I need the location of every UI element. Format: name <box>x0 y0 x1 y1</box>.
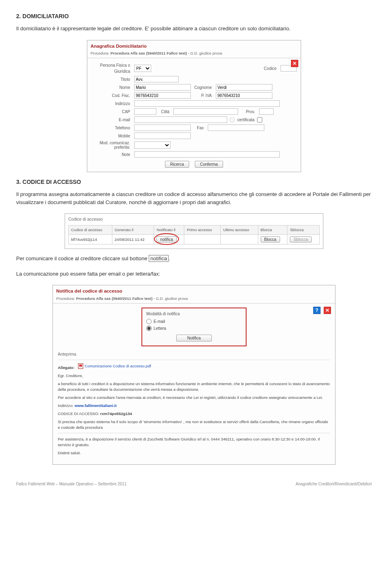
piva-field[interactable] <box>216 92 272 99</box>
cell-sblocca: Sblocca <box>287 235 320 244</box>
close-icon[interactable]: ✕ <box>324 307 331 314</box>
letter-l4: Indirizzo: www.fallimentitaliani.it <box>58 403 330 409</box>
certificata-label: certificata <box>237 117 255 123</box>
help-icon[interactable]: ? <box>313 307 321 314</box>
radio-email[interactable] <box>146 319 152 324</box>
codice-table: Codice di accesso Generato il Notificato… <box>68 225 320 245</box>
cell-notificato: notifica <box>154 235 184 244</box>
para-notifica-pre: Per comunicare il codice al creditore cl… <box>16 255 149 261</box>
cap-label: CAP <box>91 109 132 115</box>
persona-label: Persona Fisica o Giuridica <box>91 62 132 74</box>
th-generato: Generato il <box>112 225 154 234</box>
codice-accesso-panel: Codice di accesso Codice di accesso Gene… <box>65 213 323 249</box>
ricerca-button[interactable]: Ricerca <box>165 161 189 168</box>
letter-l5-lbl: CODICE DI ACCESSO: <box>58 411 100 416</box>
cell-codice: klf74uv552j114 <box>69 235 112 244</box>
piva-label: P. IVA <box>193 93 213 99</box>
radio-lettera[interactable] <box>146 326 152 331</box>
nome-field[interactable] <box>134 84 191 91</box>
th-notificato: Notificato il <box>154 225 184 234</box>
codice-label: Codice <box>258 65 278 72</box>
section3-heading: 3. CODICE DI ACCESSO <box>16 178 372 186</box>
th-ultimo: Ultimo accesso <box>221 225 258 234</box>
panel1-sub-bold: Procedura Alfa sas (5940/2011 Fallco tes… <box>110 51 187 55</box>
allegato-lbl: Allegato: <box>58 365 74 370</box>
modalita-box: Modalità di notifica E-mail Lettera Noti… <box>141 308 247 346</box>
panel1-subtitle: Procedura: Procedura Alfa sas (5940/2011… <box>91 51 297 56</box>
anteprima-label: Anteprima <box>58 351 330 357</box>
cognome-field[interactable] <box>216 84 272 91</box>
note-label: Note <box>91 152 132 158</box>
letter-l6: Si precisa che questo sistema ha il solo… <box>58 419 330 430</box>
letter-l4-lbl: Indirizzo: <box>58 403 74 408</box>
opt-lettera-label: Lettera <box>154 325 166 331</box>
letter-l5-code: rxm74po552g134 <box>100 411 132 416</box>
cert-radio-off[interactable] <box>230 117 235 122</box>
notifica-row-button[interactable]: notifica <box>156 236 177 242</box>
prov-label: Prov. <box>240 109 257 115</box>
para-notifica-post: . <box>169 255 170 261</box>
titolo-field[interactable] <box>134 76 179 82</box>
panel1-sub-prefix: Procedura: <box>91 51 110 55</box>
certificata-check[interactable] <box>257 117 262 122</box>
para-notifica: Per comunicare il codice al creditore cl… <box>16 255 372 263</box>
modalita-title: Modalità di notifica <box>146 311 242 317</box>
conferma-button[interactable]: Conferma <box>195 161 223 168</box>
codfisc-field[interactable] <box>134 92 191 99</box>
panel2-group: Codice di accesso <box>68 216 320 223</box>
letter-l3: Per accedere al sito e consultare l'area… <box>58 395 330 400</box>
prov-field[interactable] <box>259 108 274 115</box>
footer-right: Anagrafiche Creditori/Rivendicanti/Debit… <box>296 481 372 487</box>
letter-l4-link[interactable]: www.fallimentitaliani.it <box>74 403 116 408</box>
note-field[interactable] <box>134 151 280 158</box>
citta-label: Città <box>159 109 171 115</box>
allegato-link[interactable]: Comunicazione Codice di accesso.pdf <box>78 363 151 369</box>
citta-field[interactable] <box>173 108 238 115</box>
persona-select[interactable]: PF <box>134 65 151 72</box>
th-primo: Primo accesso <box>184 225 221 234</box>
section3-para: Il programma assegna automaticamente a c… <box>16 190 372 206</box>
th-codice: Codice di accesso <box>69 225 112 234</box>
panel3-sub-suffix: - G.D. giudice prova <box>152 296 188 301</box>
mobile-field[interactable] <box>134 133 191 139</box>
cell-ultimo <box>221 235 258 244</box>
notifica-codice-panel: Notifica del codice di accesso Procedura… <box>53 285 335 464</box>
email-label: E-mail <box>91 117 132 123</box>
opt-email-label: E-mail <box>154 318 165 325</box>
cell-blocca: Blocca <box>258 235 287 244</box>
section2-para: Il domiciliatario è il rappresentante le… <box>16 25 372 33</box>
telefono-label: Telefono <box>91 125 132 131</box>
indirizzo-label: Indirizzo <box>91 101 132 107</box>
section2-heading: 2. DOMICILIATARIO <box>16 12 372 21</box>
panel3-sub-prefix: Procedura: <box>56 296 76 301</box>
panel3-subtitle: Procedura: Procedura Alfa sas (5940/2011… <box>56 296 332 301</box>
cell-generato: 24/08/2011 11:42 <box>112 235 154 244</box>
letter-l1: Egr. Creditore, <box>58 373 330 379</box>
letter-l5: CODICE DI ACCESSO: rxm74po552g134 <box>58 411 330 417</box>
notifica-inline-box: notifica <box>149 255 169 262</box>
panel3-sub-bold: Procedura Alfa sas (5940/2011 Fallco tes… <box>76 296 152 301</box>
telefono-field[interactable] <box>134 124 191 131</box>
indirizzo-field[interactable] <box>134 100 280 107</box>
codfisc-label: Cod. Fisc. <box>91 93 132 99</box>
footer-left: Fallco Fallimenti Web – Manuale Operativ… <box>16 481 127 487</box>
blocca-button[interactable]: Blocca <box>261 236 280 242</box>
titolo-label: Titolo <box>91 76 132 82</box>
close-icon[interactable]: ✕ <box>291 60 298 67</box>
pdf-icon <box>78 363 83 369</box>
para-email: La comunicazione può essere fatta per em… <box>16 270 372 278</box>
cap-field[interactable] <box>134 108 156 115</box>
modcom-select[interactable] <box>134 141 171 149</box>
email-field[interactable] <box>134 116 227 123</box>
sblocca-button[interactable]: Sblocca <box>290 236 312 242</box>
fax-label: Fax <box>193 125 205 131</box>
letter-l7: Per assistenza, è a disposizione il serv… <box>58 436 330 448</box>
cell-primo <box>184 235 221 244</box>
fax-field[interactable] <box>208 124 264 131</box>
notifica-button[interactable]: Notifica <box>176 335 211 341</box>
nome-label: Nome <box>91 84 132 91</box>
panel1-title: Anagrafica Domiciliatario <box>91 43 297 50</box>
letter-l2: a beneficio di tutti i creditori è a dis… <box>58 381 330 392</box>
th-sblocca: Sblocca <box>287 225 320 234</box>
modcom-label: Mod. comunicaz. preferita: <box>91 141 132 150</box>
